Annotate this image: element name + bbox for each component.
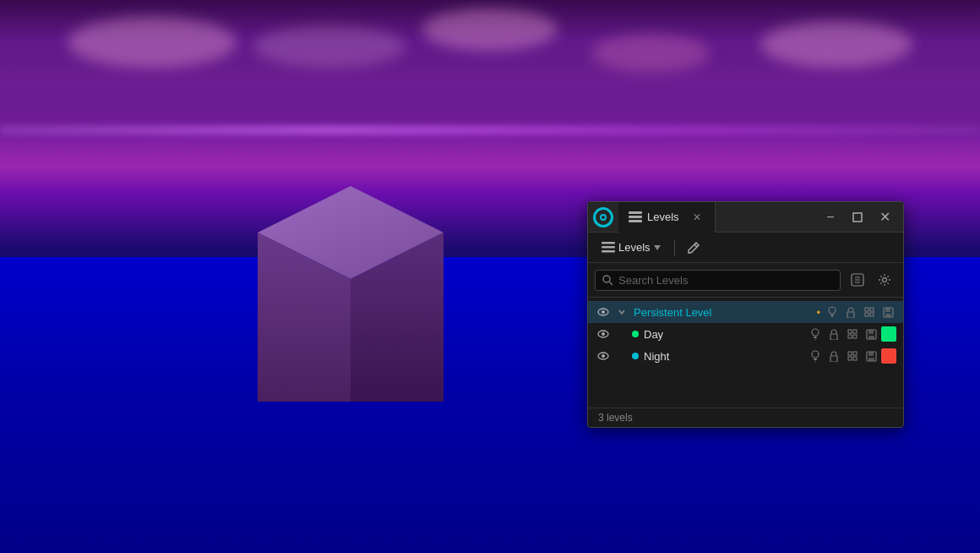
svg-rect-33 — [848, 335, 852, 338]
svg-rect-20 — [865, 313, 868, 316]
cloud-5 — [760, 21, 912, 68]
levels-dropdown[interactable]: Levels — [595, 238, 667, 256]
cloud-3 — [422, 8, 558, 51]
svg-rect-2 — [629, 220, 642, 222]
add-level-button[interactable] — [846, 268, 869, 292]
svg-rect-5 — [602, 246, 615, 249]
level-dot-night — [632, 353, 639, 359]
level-row-day[interactable]: Day — [588, 323, 903, 345]
level-spacer-day — [615, 327, 629, 341]
save-icon — [883, 307, 894, 318]
grid-icon-night — [847, 351, 858, 362]
svg-rect-3 — [853, 213, 862, 222]
svg-rect-46 — [848, 357, 852, 360]
svg-rect-18 — [865, 308, 868, 311]
panel-statusbar: 3 levels — [588, 408, 903, 427]
tab-label: Levels — [647, 211, 679, 223]
toolbar-levels-label: Levels — [618, 241, 651, 254]
day-light-icon[interactable] — [807, 326, 824, 342]
day-grid-icon[interactable] — [844, 326, 861, 342]
level-light-icon[interactable] — [824, 304, 841, 320]
svg-rect-28 — [814, 337, 817, 338]
svg-rect-0 — [629, 211, 642, 214]
svg-rect-21 — [870, 313, 874, 316]
svg-point-39 — [602, 354, 605, 358]
lock-icon — [846, 307, 856, 318]
svg-rect-30 — [830, 334, 837, 340]
level-grid-icon[interactable] — [861, 304, 878, 320]
svg-rect-6 — [602, 250, 615, 253]
night-lock-icon[interactable] — [825, 348, 842, 364]
night-grid-icon[interactable] — [844, 348, 861, 364]
visibility-toggle-persistent[interactable] — [595, 304, 612, 320]
svg-rect-36 — [868, 330, 874, 334]
save-icon-night — [866, 351, 877, 362]
dropdown-chevron-icon — [654, 245, 661, 250]
level-actions-persistent — [824, 304, 896, 320]
cloud-1 — [68, 17, 237, 68]
cloud-2 — [253, 25, 406, 68]
maximize-button[interactable] — [846, 205, 869, 229]
close-button[interactable]: ✕ — [873, 205, 896, 229]
search-input[interactable] — [618, 274, 833, 287]
minimize-button[interactable]: − — [819, 205, 842, 229]
svg-rect-43 — [830, 356, 837, 362]
visibility-toggle-night[interactable] — [595, 348, 612, 364]
night-light-icon[interactable] — [807, 348, 824, 364]
svg-rect-49 — [868, 352, 874, 356]
levels-settings-button[interactable] — [873, 268, 896, 292]
svg-point-14 — [829, 307, 836, 314]
tab-close-button[interactable]: ✕ — [689, 210, 705, 225]
app-logo — [588, 202, 618, 233]
svg-line-7 — [694, 244, 697, 247]
horizon-glow — [0, 125, 980, 135]
logo-circle — [593, 207, 613, 227]
level-actions-night — [807, 348, 896, 364]
level-save-icon[interactable] — [879, 304, 896, 320]
lock-icon-day — [829, 329, 839, 340]
level-spacer-night — [615, 349, 629, 363]
search-action-buttons — [846, 268, 896, 292]
day-save-icon[interactable] — [863, 326, 879, 342]
day-color-indicator[interactable] — [881, 326, 896, 342]
svg-line-9 — [609, 282, 612, 285]
panel-toolbar: Levels — [588, 233, 903, 263]
tab-levels[interactable]: Levels ✕ — [618, 202, 716, 233]
svg-rect-17 — [847, 312, 854, 318]
grid-icon — [864, 307, 875, 318]
svg-rect-15 — [830, 315, 834, 316]
svg-rect-41 — [814, 359, 817, 360]
level-actions-day — [807, 326, 896, 342]
arrow-down-icon — [618, 309, 625, 315]
svg-point-40 — [812, 351, 819, 358]
search-bar — [588, 263, 903, 298]
expand-arrow-persistent[interactable] — [615, 305, 629, 319]
level-lock-icon[interactable] — [842, 304, 859, 320]
pencil-icon — [687, 241, 700, 255]
level-dot-day — [632, 331, 639, 337]
grid-icon-day — [847, 329, 858, 340]
svg-point-27 — [812, 329, 819, 336]
svg-rect-24 — [885, 314, 891, 317]
levels-panel: Levels ✕ − ✕ Levels — [587, 201, 904, 428]
logo-inner — [600, 214, 607, 221]
night-color-indicator[interactable] — [881, 348, 896, 364]
svg-rect-23 — [885, 308, 890, 312]
bulb-icon-night — [810, 350, 820, 362]
svg-point-13 — [602, 310, 605, 314]
maximize-icon — [852, 212, 863, 222]
edit-levels-button[interactable] — [682, 236, 705, 260]
night-save-icon[interactable] — [863, 348, 879, 364]
window-controls: − ✕ — [812, 205, 903, 229]
visibility-toggle-day[interactable] — [595, 326, 612, 342]
day-lock-icon[interactable] — [825, 326, 842, 342]
svg-rect-47 — [853, 357, 857, 360]
svg-rect-37 — [868, 336, 874, 339]
level-row-night[interactable]: Night — [588, 345, 903, 367]
search-icon — [602, 275, 613, 286]
gear-icon — [878, 273, 891, 287]
level-name-night: Night — [642, 350, 803, 363]
svg-rect-44 — [848, 352, 852, 355]
svg-rect-19 — [870, 308, 874, 311]
level-row-persistent[interactable]: Persistent Level • — [588, 301, 903, 323]
